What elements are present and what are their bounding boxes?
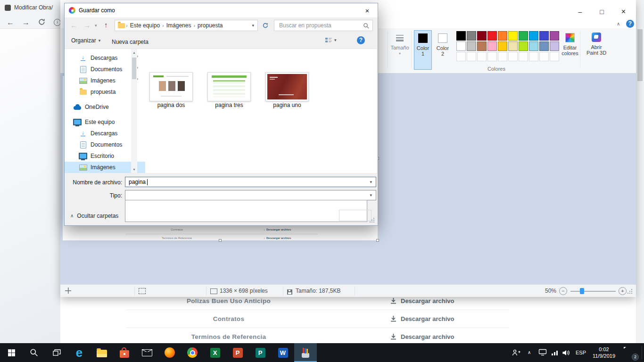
filetype-dropdown-list[interactable] (125, 200, 367, 222)
browser-reload-icon[interactable] (38, 18, 46, 28)
refresh-button[interactable] (260, 20, 271, 31)
palette-swatch[interactable] (519, 41, 528, 51)
edit-colors-button[interactable]: Editar colores (560, 30, 580, 70)
tray-clock[interactable]: 0:02 11/9/2019 (589, 346, 619, 359)
palette-swatch[interactable] (456, 41, 466, 51)
browser-tab-title[interactable]: Modificar Obra/ (14, 4, 53, 11)
browser-forward-icon[interactable] (22, 19, 30, 26)
filename-input[interactable]: pagina (125, 177, 376, 187)
taskbar-edge[interactable] (68, 343, 91, 362)
taskbar-search-button[interactable] (23, 343, 45, 362)
tray-expand-icon[interactable] (528, 350, 531, 355)
dialog-resize-grip[interactable] (373, 222, 374, 222)
download-link[interactable]: Descargar archivo (331, 297, 454, 304)
zoom-slider-thumb[interactable] (580, 288, 584, 294)
dialog-close-button[interactable] (357, 3, 378, 17)
canvas-resize-handle[interactable] (219, 239, 222, 242)
sidebar-scrollbar[interactable] (131, 49, 137, 173)
palette-swatch[interactable] (487, 41, 497, 51)
palette-swatch[interactable] (519, 31, 528, 41)
breadcrumb-item[interactable]: Imágenes (165, 22, 193, 29)
signal-icon[interactable] (552, 350, 558, 355)
color2-button[interactable]: Color 2 (434, 30, 452, 70)
taskbar-excel[interactable] (204, 343, 226, 362)
file-thumbnail-pagina-tres[interactable] (207, 72, 251, 101)
palette-swatch[interactable] (508, 31, 518, 41)
palette-swatch[interactable] (477, 41, 487, 51)
file-label[interactable]: pagina uno (265, 102, 309, 108)
start-button[interactable] (0, 343, 23, 362)
sidebar-item-onedrive[interactable]: OneDrive (65, 101, 140, 113)
open-paint3d-button[interactable]: Abrir Paint 3D (584, 30, 609, 70)
chevron-down-icon[interactable] (370, 193, 372, 197)
palette-swatch[interactable] (477, 31, 487, 41)
palette-swatch[interactable] (498, 41, 507, 51)
palette-swatch[interactable] (550, 41, 559, 51)
taskbar-publisher[interactable] (249, 343, 272, 362)
window-resize-grip[interactable] (631, 293, 632, 294)
nav-history-icon[interactable] (95, 24, 97, 28)
search-box[interactable] (274, 20, 373, 31)
palette-swatch[interactable] (539, 31, 549, 41)
address-bar[interactable]: Este equipo Imágenes propuesta (115, 20, 258, 31)
download-link[interactable]: Descargar archivo (331, 333, 454, 340)
network-icon[interactable] (538, 349, 547, 358)
dialog-help-icon[interactable] (357, 36, 365, 44)
taskbar-paint-active[interactable] (294, 343, 317, 362)
taskbar-store[interactable] (113, 343, 136, 362)
palette-swatch[interactable] (487, 31, 497, 41)
show-desktop-divider[interactable] (642, 346, 642, 359)
canvas-resize-handle[interactable] (376, 239, 379, 242)
close-button[interactable] (613, 5, 634, 19)
palette-swatch[interactable] (550, 31, 559, 41)
taskbar-powerpoint[interactable] (226, 343, 249, 362)
nav-back-icon[interactable] (70, 22, 77, 29)
paint-help-icon[interactable] (626, 20, 634, 28)
nav-forward-icon[interactable] (83, 22, 91, 29)
size-button[interactable]: Tamaño (389, 31, 410, 69)
taskbar-firefox[interactable] (158, 343, 181, 362)
volume-icon[interactable] (562, 349, 570, 358)
maximize-button[interactable] (591, 5, 612, 19)
search-input[interactable] (278, 22, 360, 29)
taskbar-word[interactable] (272, 343, 294, 362)
view-mode-button[interactable] (325, 37, 337, 43)
file-label[interactable]: pagina tres (207, 102, 251, 108)
palette-swatch[interactable] (508, 41, 518, 51)
breadcrumb-item[interactable]: propuesta (196, 22, 224, 29)
task-view-button[interactable] (45, 343, 68, 362)
download-link[interactable]: Descargar archivo (331, 315, 454, 322)
palette-swatch[interactable] (529, 31, 538, 41)
zoom-slider-track[interactable] (570, 291, 616, 292)
organize-menu[interactable]: Organizar (71, 37, 100, 44)
taskbar-chrome[interactable] (181, 343, 204, 362)
filetype-combobox[interactable] (125, 190, 376, 200)
palette-swatch[interactable] (498, 31, 507, 41)
minimize-button[interactable] (570, 5, 591, 19)
file-label[interactable]: pagina dos (149, 102, 193, 108)
hide-folders-button[interactable]: Ocultar carpetas (70, 213, 118, 219)
tray-people[interactable] (508, 343, 524, 362)
color1-button[interactable]: Color 1 (414, 30, 432, 70)
zoom-out-button[interactable] (559, 287, 567, 295)
browser-scrollbar-thumb[interactable] (637, 29, 643, 81)
palette-swatch[interactable] (539, 41, 549, 51)
address-dropdown-icon[interactable] (252, 24, 254, 28)
new-folder-button[interactable]: Nueva carpeta (112, 37, 149, 46)
taskbar-file-explorer[interactable] (91, 343, 113, 362)
nav-up-icon[interactable] (104, 21, 108, 28)
scroll-down-icon[interactable] (132, 168, 136, 171)
scroll-up-icon[interactable] (132, 51, 136, 54)
palette-swatch[interactable] (456, 31, 466, 41)
collapse-ribbon-icon[interactable] (617, 22, 620, 26)
cancel-button[interactable] (339, 210, 372, 221)
scrollbar-thumb[interactable] (132, 58, 136, 79)
dialog-titlebar[interactable]: Guardar como (65, 3, 378, 17)
sidebar-item-este-equipo[interactable]: Este equipo (65, 116, 140, 128)
language-indicator[interactable]: ESP (573, 350, 588, 355)
browser-back-icon[interactable] (7, 19, 14, 26)
taskbar-mail[interactable] (136, 343, 158, 362)
page-info-icon[interactable] (54, 19, 61, 26)
breadcrumb-item[interactable]: Este equipo (129, 22, 161, 29)
chevron-down-icon[interactable] (370, 180, 372, 184)
